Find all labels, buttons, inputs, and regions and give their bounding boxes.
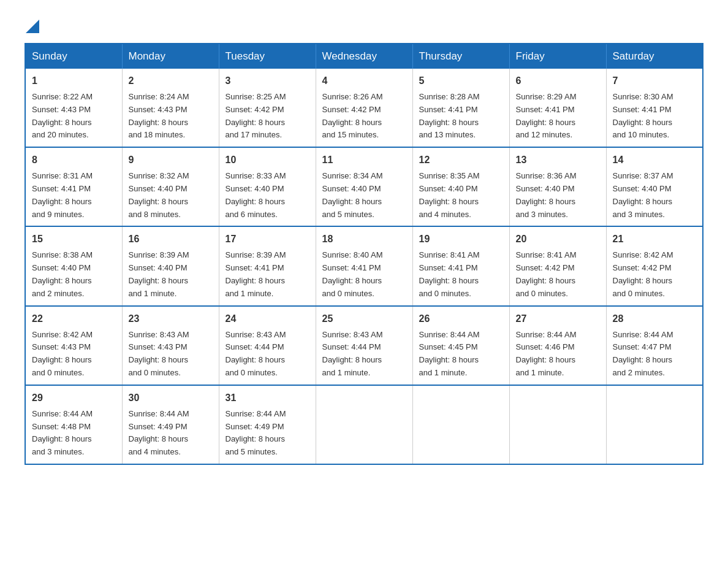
header-sunday: Sunday bbox=[25, 44, 122, 69]
day-number: 13 bbox=[516, 153, 600, 167]
header-saturday: Saturday bbox=[606, 44, 703, 69]
header-wednesday: Wednesday bbox=[316, 44, 412, 69]
calendar-table: SundayMondayTuesdayWednesdayThursdayFrid… bbox=[25, 43, 703, 465]
calendar-cell: 29Sunrise: 8:44 AMSunset: 4:48 PMDayligh… bbox=[25, 385, 122, 464]
calendar-cell: 16Sunrise: 8:39 AMSunset: 4:40 PMDayligh… bbox=[122, 226, 219, 305]
calendar-cell: 22Sunrise: 8:42 AMSunset: 4:43 PMDayligh… bbox=[25, 306, 122, 385]
page-header bbox=[25, 18, 703, 31]
header-thursday: Thursday bbox=[412, 44, 509, 69]
day-number: 20 bbox=[516, 232, 600, 247]
day-info: Sunrise: 8:28 AMSunset: 4:41 PMDaylight:… bbox=[419, 91, 503, 142]
calendar-header-row: SundayMondayTuesdayWednesdayThursdayFrid… bbox=[25, 44, 703, 69]
week-row-5: 29Sunrise: 8:44 AMSunset: 4:48 PMDayligh… bbox=[25, 385, 703, 464]
calendar-cell: 2Sunrise: 8:24 AMSunset: 4:43 PMDaylight… bbox=[122, 69, 219, 147]
calendar-cell: 14Sunrise: 8:37 AMSunset: 4:40 PMDayligh… bbox=[606, 147, 703, 226]
day-info: Sunrise: 8:35 AMSunset: 4:40 PMDaylight:… bbox=[419, 170, 503, 221]
day-info: Sunrise: 8:39 AMSunset: 4:40 PMDaylight:… bbox=[129, 249, 213, 300]
calendar-cell: 10Sunrise: 8:33 AMSunset: 4:40 PMDayligh… bbox=[219, 147, 316, 226]
day-info: Sunrise: 8:44 AMSunset: 4:46 PMDaylight:… bbox=[516, 329, 600, 380]
day-info: Sunrise: 8:42 AMSunset: 4:42 PMDaylight:… bbox=[613, 249, 697, 300]
day-info: Sunrise: 8:30 AMSunset: 4:41 PMDaylight:… bbox=[613, 91, 697, 142]
calendar-cell: 26Sunrise: 8:44 AMSunset: 4:45 PMDayligh… bbox=[412, 306, 509, 385]
day-number: 9 bbox=[129, 153, 213, 167]
day-number: 19 bbox=[419, 232, 503, 247]
calendar-cell: 21Sunrise: 8:42 AMSunset: 4:42 PMDayligh… bbox=[606, 226, 703, 305]
day-info: Sunrise: 8:40 AMSunset: 4:41 PMDaylight:… bbox=[322, 249, 406, 300]
week-row-4: 22Sunrise: 8:42 AMSunset: 4:43 PMDayligh… bbox=[25, 306, 703, 385]
calendar-cell: 8Sunrise: 8:31 AMSunset: 4:41 PMDaylight… bbox=[25, 147, 122, 226]
logo-triangle-icon bbox=[26, 20, 39, 33]
calendar-cell: 13Sunrise: 8:36 AMSunset: 4:40 PMDayligh… bbox=[509, 147, 606, 226]
day-info: Sunrise: 8:36 AMSunset: 4:40 PMDaylight:… bbox=[516, 170, 600, 221]
week-row-1: 1Sunrise: 8:22 AMSunset: 4:43 PMDaylight… bbox=[25, 69, 703, 147]
calendar-cell: 24Sunrise: 8:43 AMSunset: 4:44 PMDayligh… bbox=[219, 306, 316, 385]
day-info: Sunrise: 8:42 AMSunset: 4:43 PMDaylight:… bbox=[32, 329, 116, 380]
day-info: Sunrise: 8:34 AMSunset: 4:40 PMDaylight:… bbox=[322, 170, 406, 221]
day-number: 4 bbox=[322, 74, 406, 88]
day-info: Sunrise: 8:43 AMSunset: 4:44 PMDaylight:… bbox=[226, 329, 309, 380]
calendar-cell: 23Sunrise: 8:43 AMSunset: 4:43 PMDayligh… bbox=[122, 306, 219, 385]
week-row-2: 8Sunrise: 8:31 AMSunset: 4:41 PMDaylight… bbox=[25, 147, 703, 226]
day-number: 1 bbox=[32, 74, 116, 88]
day-info: Sunrise: 8:44 AMSunset: 4:48 PMDaylight:… bbox=[32, 408, 116, 459]
day-number: 2 bbox=[129, 74, 213, 88]
header-friday: Friday bbox=[509, 44, 606, 69]
calendar-cell bbox=[412, 385, 509, 464]
day-number: 27 bbox=[516, 312, 600, 326]
day-number: 25 bbox=[322, 312, 406, 326]
day-number: 10 bbox=[226, 153, 309, 167]
day-number: 17 bbox=[226, 232, 309, 247]
day-number: 3 bbox=[226, 74, 309, 88]
day-info: Sunrise: 8:32 AMSunset: 4:40 PMDaylight:… bbox=[129, 170, 213, 221]
day-number: 29 bbox=[32, 391, 116, 405]
svg-marker-0 bbox=[26, 20, 39, 33]
calendar-cell: 5Sunrise: 8:28 AMSunset: 4:41 PMDaylight… bbox=[412, 69, 509, 147]
day-info: Sunrise: 8:39 AMSunset: 4:41 PMDaylight:… bbox=[226, 249, 309, 300]
calendar-cell: 3Sunrise: 8:25 AMSunset: 4:42 PMDaylight… bbox=[219, 69, 316, 147]
day-number: 7 bbox=[613, 74, 697, 88]
day-number: 22 bbox=[32, 312, 116, 326]
day-number: 8 bbox=[32, 153, 116, 167]
day-info: Sunrise: 8:44 AMSunset: 4:49 PMDaylight:… bbox=[226, 408, 309, 459]
calendar-cell: 7Sunrise: 8:30 AMSunset: 4:41 PMDaylight… bbox=[606, 69, 703, 147]
day-info: Sunrise: 8:33 AMSunset: 4:40 PMDaylight:… bbox=[226, 170, 309, 221]
day-number: 23 bbox=[129, 312, 213, 326]
calendar-cell: 4Sunrise: 8:26 AMSunset: 4:42 PMDaylight… bbox=[316, 69, 412, 147]
calendar-cell: 6Sunrise: 8:29 AMSunset: 4:41 PMDaylight… bbox=[509, 69, 606, 147]
day-info: Sunrise: 8:37 AMSunset: 4:40 PMDaylight:… bbox=[613, 170, 697, 221]
header-tuesday: Tuesday bbox=[219, 44, 316, 69]
day-info: Sunrise: 8:29 AMSunset: 4:41 PMDaylight:… bbox=[516, 91, 600, 142]
day-info: Sunrise: 8:43 AMSunset: 4:43 PMDaylight:… bbox=[129, 329, 213, 380]
logo bbox=[25, 18, 39, 31]
day-info: Sunrise: 8:44 AMSunset: 4:45 PMDaylight:… bbox=[419, 329, 503, 380]
calendar-cell: 27Sunrise: 8:44 AMSunset: 4:46 PMDayligh… bbox=[509, 306, 606, 385]
day-number: 6 bbox=[516, 74, 600, 88]
day-number: 12 bbox=[419, 153, 503, 167]
calendar-cell: 28Sunrise: 8:44 AMSunset: 4:47 PMDayligh… bbox=[606, 306, 703, 385]
day-info: Sunrise: 8:31 AMSunset: 4:41 PMDaylight:… bbox=[32, 170, 116, 221]
day-info: Sunrise: 8:44 AMSunset: 4:47 PMDaylight:… bbox=[613, 329, 697, 380]
calendar-cell: 31Sunrise: 8:44 AMSunset: 4:49 PMDayligh… bbox=[219, 385, 316, 464]
day-number: 24 bbox=[226, 312, 309, 326]
calendar-cell: 15Sunrise: 8:38 AMSunset: 4:40 PMDayligh… bbox=[25, 226, 122, 305]
day-info: Sunrise: 8:41 AMSunset: 4:41 PMDaylight:… bbox=[419, 249, 503, 300]
day-number: 15 bbox=[32, 232, 116, 247]
calendar-cell: 12Sunrise: 8:35 AMSunset: 4:40 PMDayligh… bbox=[412, 147, 509, 226]
calendar-cell: 20Sunrise: 8:41 AMSunset: 4:42 PMDayligh… bbox=[509, 226, 606, 305]
calendar-cell: 18Sunrise: 8:40 AMSunset: 4:41 PMDayligh… bbox=[316, 226, 412, 305]
day-number: 30 bbox=[129, 391, 213, 405]
calendar-cell: 30Sunrise: 8:44 AMSunset: 4:49 PMDayligh… bbox=[122, 385, 219, 464]
day-number: 21 bbox=[613, 232, 697, 247]
calendar-cell bbox=[509, 385, 606, 464]
week-row-3: 15Sunrise: 8:38 AMSunset: 4:40 PMDayligh… bbox=[25, 226, 703, 305]
day-number: 28 bbox=[613, 312, 697, 326]
calendar-cell: 9Sunrise: 8:32 AMSunset: 4:40 PMDaylight… bbox=[122, 147, 219, 226]
day-info: Sunrise: 8:38 AMSunset: 4:40 PMDaylight:… bbox=[32, 249, 116, 300]
calendar-cell: 25Sunrise: 8:43 AMSunset: 4:44 PMDayligh… bbox=[316, 306, 412, 385]
calendar-cell bbox=[316, 385, 412, 464]
day-number: 11 bbox=[322, 153, 406, 167]
day-number: 26 bbox=[419, 312, 503, 326]
day-info: Sunrise: 8:44 AMSunset: 4:49 PMDaylight:… bbox=[129, 408, 213, 459]
day-info: Sunrise: 8:41 AMSunset: 4:42 PMDaylight:… bbox=[516, 249, 600, 300]
calendar-cell: 1Sunrise: 8:22 AMSunset: 4:43 PMDaylight… bbox=[25, 69, 122, 147]
